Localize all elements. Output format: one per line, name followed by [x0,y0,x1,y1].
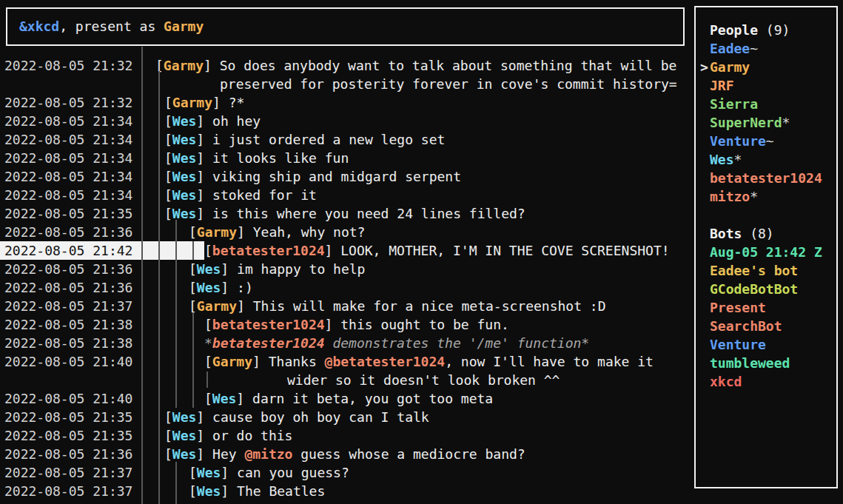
nickname: betatester1024 [710,170,822,186]
nick-bracket: ] [196,169,212,184]
nick-bracket: [ [189,298,197,314]
user-list-panel: People (9)Eadee~>GarmyJRFSierraSuperNerd… [694,6,838,488]
message-segment: Hey [212,446,244,462]
message-text: preserved for posterity forever in cove'… [220,75,677,93]
bots-list-item[interactable]: Eadee's bot [700,261,836,280]
thread-guide-line [192,241,194,260]
bots-list-item[interactable]: GCodeBotBot [700,280,836,298]
nickname: Wes [197,465,221,480]
message-text: [Wes] i just ordered a new lego set [164,130,445,149]
message-text: [Wes] it looks like fun [164,149,349,167]
nick-bracket: [ [189,224,197,240]
timestamp: 2022-08-05 21:34 [0,167,142,186]
people-list-item[interactable]: JRF [700,76,836,95]
message-text: [Garmy] So does anybody want to talk abo… [155,56,676,75]
timestamp: 2022-08-05 21:35 [0,204,142,223]
bots-list-item[interactable]: SearchBot [700,317,836,335]
message-segment: preserved for posterity forever in cove'… [220,76,677,92]
message-segment: or do this [212,428,292,443]
people-list-item[interactable]: betatester1024 [700,169,836,187]
status-suffix: ~ [766,133,774,149]
chat-message-row: 2022-08-05 21:40[Garmy] Thanks @betatest… [0,352,693,371]
bots-list-item[interactable]: Venture [700,335,836,354]
chat-message-row: 2022-08-05 21:35[Wes] is this where you … [0,204,693,223]
list-count: (8) [742,226,773,241]
message-text: [Wes] Hey @mitzo guess whose a mediocre … [164,445,525,463]
people-list-item[interactable]: Sierra [700,95,836,113]
message-segment: oh hey [212,113,261,129]
message-segment: demonstrates the '/me' function [325,335,582,351]
people-list-item[interactable]: Eadee~ [700,39,836,58]
message-text: [betatester1024] this ought to be fun. [204,315,509,334]
nick-bracket: [ [189,261,197,277]
nickname: JRF [710,78,734,93]
status-suffix: * [734,152,742,167]
selected-user-marker: > [700,58,710,76]
nickname: Wes [172,428,197,443]
bots-list-item[interactable]: Aug-05 21:42 Z [700,243,836,261]
message-text: [Wes] The Beatles [189,482,325,500]
chat-rows: 2022-08-05 21:32[Garmy] So does anybody … [0,56,693,500]
chat-message-row: 2022-08-05 21:34[Wes] stoked for it [0,186,693,204]
nick-bracket: ] [237,298,253,314]
message-segment: Thanks [269,354,325,369]
chat-message-row: 2022-08-05 21:40[Wes] darn it beta, you … [0,389,693,408]
message-text: *betatester1024 demonstrates the '/me' f… [204,334,589,352]
people-list-item[interactable]: mitzo* [700,187,836,206]
nickname: tumbleweed [710,355,790,371]
thread-guide-line [175,220,177,408]
people-list-item[interactable]: Venture~ [700,132,836,150]
message-text: [Wes] cause boy oh boy can I talk [164,408,429,426]
selection-highlight [142,241,204,260]
message-segment: ?* [229,95,245,110]
mention: @betatester1024 [325,354,446,369]
bots-list-item[interactable]: Present [700,298,836,317]
nick-bracket: [ [204,243,212,258]
list-title: Bots [710,226,742,241]
nickname: GCodeBotBot [710,281,798,297]
nickname: Garmy [197,224,237,240]
nick-bracket: [ [204,354,212,369]
timestamp: 2022-08-05 21:36 [0,223,142,241]
nick-bracket: [ [164,113,172,129]
message-text: [Wes] im happy to help [189,260,365,278]
timestamp: 2022-08-05 21:34 [0,186,142,204]
timestamp: 2022-08-05 21:34 [0,112,142,130]
message-segment: Yeah, why not? [253,224,366,240]
message-text: wider so it doesn't look broken ^^ [287,371,560,389]
chat-message-row: 2022-08-05 21:34[Wes] viking ship and mi… [0,167,693,186]
nickname: Venture [710,133,766,149]
column-separator-line [141,47,143,504]
people-list-item[interactable]: Wes* [700,150,836,169]
nick-bracket: [ [164,169,172,184]
message-text: [Wes] or do this [164,426,292,445]
bots-list-item[interactable]: tumbleweed [700,354,836,372]
nick-bracket: ] [196,409,212,425]
people-list-item[interactable]: SuperNerd* [700,113,836,132]
nick-bracket: ] [221,261,237,277]
chat-message-row: wider so it doesn't look broken ^^ [0,371,693,389]
nickname: Aug-05 21:42 Z [710,244,822,260]
people-list-header: People (9) [700,21,836,39]
message-text: [Garmy] This will make for a nice meta-s… [189,297,606,315]
nick-bracket: ] [204,58,220,73]
people-list-item[interactable]: >Garmy [700,58,836,76]
nick-bracket: [ [164,132,172,147]
timestamp: 2022-08-05 21:36 [0,260,142,278]
message-segment: guess whose a mediocre band? [292,446,525,462]
list-count: (9) [758,22,790,38]
nickname: Wes [172,113,197,129]
timestamp [0,371,142,389]
nick-bracket: ] [196,150,212,166]
nick-bracket: ] [221,465,237,480]
nickname: Venture [710,337,766,352]
bots-list-item[interactable]: xkcd [700,372,836,391]
bots-list-header: Bots (8) [700,224,836,243]
nick-bracket: ] [196,206,212,221]
nick-bracket: ] [212,95,229,110]
header-infix-text: , present as [59,19,164,34]
message-segment: viking ship and midgard serpent [212,169,461,184]
timestamp: 2022-08-05 21:32 [0,93,142,112]
message-text: [betatester1024] LOOK, MOTHER, I'M IN TH… [204,241,670,260]
message-segment: stoked for it [212,187,317,203]
